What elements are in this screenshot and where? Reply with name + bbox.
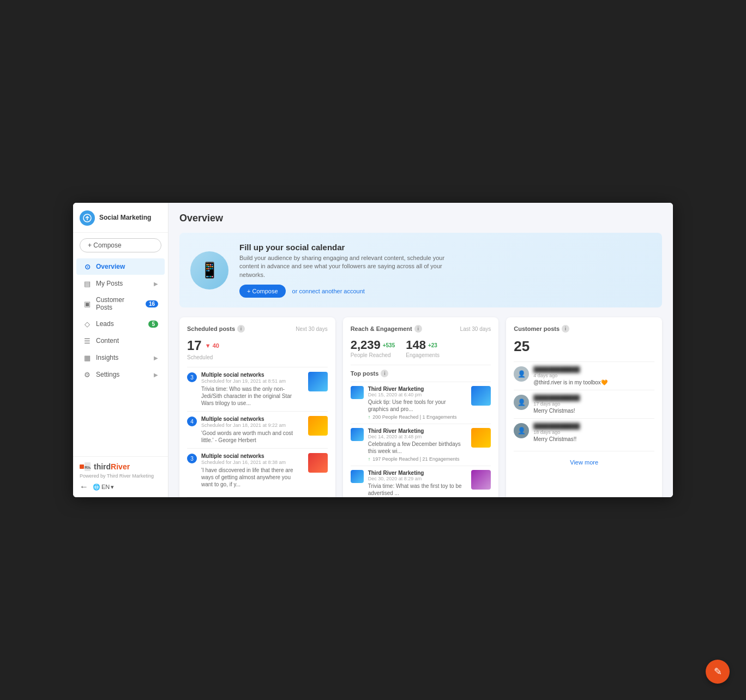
banner: 📱 Fill up your social calendar Build you…: [179, 233, 662, 307]
customer-post-3: 👤 ████████████ 18 days ago Merry Christm…: [514, 418, 654, 446]
brand-avatar-1: [351, 386, 364, 399]
post-thumb-3: [308, 453, 328, 473]
social-marketing-icon: [80, 210, 95, 226]
reach-engagement-title: Reach & Engagement i: [351, 325, 422, 333]
banner-text: Fill up your social calendar Build your …: [239, 243, 447, 298]
stats-row: 2,239 +535 People Reached 148 +23 Engage…: [351, 338, 491, 358]
customer-avatar-3: 👤: [514, 423, 529, 438]
post-network-1: Multiple social networks: [201, 372, 304, 378]
brand-avatar-3: [351, 470, 364, 483]
top-post-3: Third River Marketing Dec 30, 2020 at 8:…: [351, 466, 491, 497]
compose-button[interactable]: + Compose: [80, 238, 161, 252]
fab-icon: ✎: [714, 666, 722, 678]
sidebar-header: Social Marketing: [73, 203, 168, 233]
top-post-thumb-2: [471, 428, 491, 448]
customer-name-1: ████████████: [533, 366, 654, 372]
sidebar-nav: ⊙ Overview ▤ My Posts ▶ ▣ Customer Posts…: [73, 258, 168, 383]
page-title: Overview: [179, 213, 662, 224]
customer-avatar-2: 👤: [514, 395, 529, 410]
cards-row: Scheduled posts i Next 30 days 17 ▼ 40 S…: [179, 317, 662, 497]
customer-text-2: Merry Christmas!: [533, 408, 654, 414]
svg-rect-1: [80, 464, 84, 469]
post-schedule-2: Scheduled for Jan 18, 2021 at 9:22 am: [201, 423, 304, 428]
banner-compose-button[interactable]: + Compose: [239, 285, 286, 298]
scheduled-label: Scheduled: [187, 354, 328, 360]
reach-stat: 2,239 +535 People Reached: [351, 338, 395, 358]
scheduled-posts-header: Scheduled posts i Next 30 days: [187, 325, 328, 333]
content-icon: ☰: [83, 336, 92, 345]
customer-posts-card: Customer posts i 25 👤 ████████████ 4 day…: [506, 317, 662, 497]
engagement-stat: 148 +23 Engagements: [406, 338, 440, 358]
chevron-down-icon: ▾: [111, 484, 114, 491]
top-posts-label: Top posts i: [351, 365, 491, 377]
customer-avatar-1: 👤: [514, 366, 529, 382]
post-item-2: 4 Multiple social networks Scheduled for…: [187, 411, 328, 448]
post-schedule-3: Scheduled for Jan 16, 2021 at 8:38 am: [201, 460, 304, 465]
sidebar-item-customer-posts[interactable]: ▣ Customer Posts 16: [76, 292, 165, 315]
settings-icon: ⚙: [83, 370, 92, 379]
top-post-thumb-1: [471, 386, 491, 406]
post-num-3: 3: [187, 454, 197, 463]
customer-posts-header: Customer posts i: [514, 325, 654, 333]
post-thumb-1: [308, 372, 328, 391]
banner-illustration: 📱: [190, 251, 228, 289]
leads-icon: ◇: [83, 319, 92, 328]
scheduled-posts-period: Next 30 days: [296, 326, 327, 332]
customer-view-more: View more: [514, 451, 654, 467]
post-thumb-2: [308, 416, 328, 436]
brand-logo: River thirdRiver: [80, 462, 161, 471]
insights-icon: ▦: [83, 353, 92, 362]
scheduled-count: 17 ▼ 40: [187, 338, 328, 353]
customer-posts-icon: ▣: [83, 299, 92, 308]
customer-posts-info-icon[interactable]: i: [562, 325, 569, 333]
scheduled-posts-info-icon[interactable]: i: [237, 325, 245, 333]
svg-text:River: River: [85, 465, 91, 470]
customer-text-3: Merry Christmas!!: [533, 436, 654, 442]
post-num-1: 3: [187, 372, 197, 382]
post-text-2: 'Good words are worth much and cost litt…: [201, 430, 304, 444]
top-posts-info-icon[interactable]: i: [381, 370, 388, 377]
customer-time-3: 18 days ago: [533, 430, 654, 435]
sidebar-item-content[interactable]: ☰ Content: [76, 333, 165, 349]
customer-posts-title: Customer posts i: [514, 325, 569, 333]
reach-info-icon[interactable]: i: [414, 325, 422, 333]
sidebar-item-leads[interactable]: ◇ Leads 5: [76, 316, 165, 332]
banner-title: Fill up your social calendar: [239, 243, 447, 252]
post-item-3: 3 Multiple social networks Scheduled for…: [187, 448, 328, 492]
scheduled-posts-card: Scheduled posts i Next 30 days 17 ▼ 40 S…: [179, 317, 335, 497]
connect-account-link[interactable]: or connect another account: [292, 288, 365, 294]
customer-post-2: 👤 ████████████ 17 days ago Merry Christm…: [514, 390, 654, 418]
brand-subtitle: Powered by Third River Marketing: [80, 473, 161, 479]
globe-icon: 🌐: [93, 484, 100, 491]
sidebar-item-insights[interactable]: ▦ Insights ▶: [76, 349, 165, 366]
top-post-thumb-3: [471, 470, 491, 490]
reach-engagement-card: Reach & Engagement i Last 30 days 2,239 …: [343, 317, 499, 497]
customer-name-2: ████████████: [533, 395, 654, 401]
sidebar-item-settings[interactable]: ⚙ Settings ▶: [76, 366, 165, 383]
post-item-1: 3 Multiple social networks Scheduled for…: [187, 367, 328, 411]
sidebar-item-overview[interactable]: ⊙ Overview: [76, 258, 165, 275]
customer-time-2: 17 days ago: [533, 401, 654, 407]
sidebar-item-my-posts[interactable]: ▤ My Posts ▶: [76, 275, 165, 292]
post-network-2: Multiple social networks: [201, 416, 304, 422]
scheduled-view-more: View more: [187, 497, 328, 497]
banner-actions: + Compose or connect another account: [239, 285, 447, 298]
customer-posts-count: 25: [514, 338, 654, 355]
reach-period: Last 30 days: [460, 326, 491, 332]
post-text-1: Trivia time: Who was the only non-Jedi/S…: [201, 385, 304, 407]
top-post-2: Third River Marketing Dec 14, 2020 at 3:…: [351, 424, 491, 466]
back-button[interactable]: ←: [80, 482, 88, 492]
language-button[interactable]: 🌐 EN ▾: [93, 484, 114, 491]
scheduled-delta: ▼ 40: [205, 342, 219, 349]
sidebar: Social Marketing + Compose ⊙ Overview ▤ …: [73, 203, 169, 497]
sidebar-footer: River thirdRiver Powered by Third River …: [73, 456, 168, 497]
customer-view-more-link[interactable]: View more: [570, 459, 598, 466]
fab-button[interactable]: ✎: [706, 660, 730, 684]
main-content: Overview 📱 Fill up your social calendar …: [169, 203, 673, 497]
sidebar-title: Social Marketing: [99, 214, 151, 222]
top-post-1: Third River Marketing Dec 15, 2020 at 6:…: [351, 382, 491, 424]
customer-text-1: @third.river is in my toolbox🧡: [533, 379, 654, 385]
post-schedule-1: Scheduled for Jan 19, 2021 at 8:51 am: [201, 378, 304, 384]
brand-avatar-2: [351, 428, 364, 441]
overview-icon: ⊙: [83, 262, 92, 271]
